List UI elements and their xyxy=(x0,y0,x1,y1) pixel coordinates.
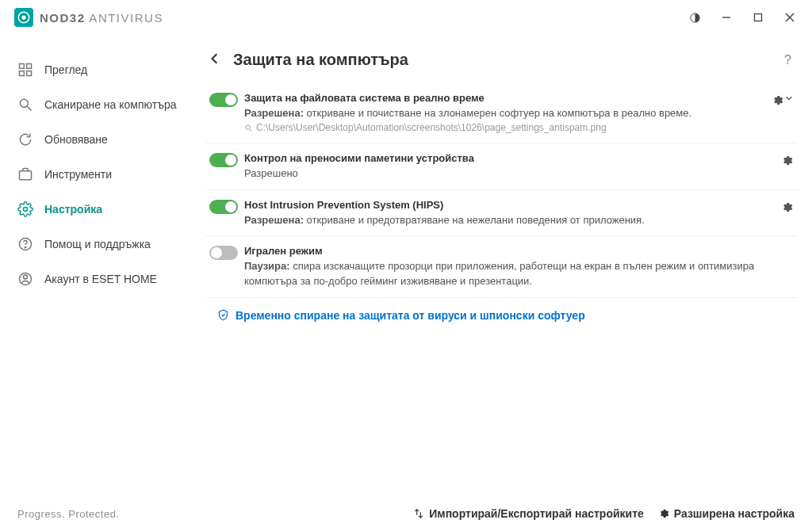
sidebar-item-tools[interactable]: Инструменти xyxy=(0,157,200,192)
sidebar-item-scan[interactable]: Сканиране на компютъра xyxy=(0,87,200,122)
search-icon xyxy=(17,97,33,113)
main-panel: Защита на компютъра ? Защита на файловат… xyxy=(200,35,812,496)
svg-point-16 xyxy=(25,247,25,248)
import-export-icon xyxy=(413,508,424,519)
svg-line-20 xyxy=(250,129,252,132)
help-icon xyxy=(17,236,33,252)
gear-icon xyxy=(17,201,33,217)
advanced-setup-button[interactable]: Разширена настройка xyxy=(658,507,795,520)
page-help-button[interactable]: ? xyxy=(784,53,798,67)
sidebar-item-help[interactable]: Помощ и поддръжка xyxy=(0,227,200,262)
chevron-down-icon xyxy=(785,94,793,102)
setting-title: Host Intrusion Prevention System (HIPS) xyxy=(244,198,760,213)
setting-desc: Паузира: спира изскачащите прозорци при … xyxy=(244,259,760,289)
setting-title: Защита на файловата система в реално вре… xyxy=(244,91,760,106)
maximize-button[interactable] xyxy=(742,6,774,29)
setting-removable: Контрол на преносими паметини устройства… xyxy=(206,143,798,190)
svg-line-12 xyxy=(28,107,32,111)
advanced-setup-label: Разширена настройка xyxy=(674,507,795,520)
svg-rect-7 xyxy=(20,64,25,69)
back-button[interactable] xyxy=(209,53,220,67)
titlebar: NOD32 ANTIVIRUS xyxy=(0,0,812,35)
sidebar-item-label: Преглед xyxy=(44,63,87,76)
svg-rect-9 xyxy=(20,71,25,76)
gear-icon xyxy=(658,508,669,519)
footer-tagline: Progress. Protected. xyxy=(17,508,120,520)
brand-logo: NOD32 ANTIVIRUS xyxy=(14,8,163,27)
sidebar-item-setup[interactable]: Настройка xyxy=(0,192,200,227)
svg-point-11 xyxy=(20,99,28,107)
sidebar-item-label: Настройка xyxy=(44,203,102,216)
svg-point-14 xyxy=(24,208,28,212)
sidebar: Преглед Сканиране на компютъра Обновяван… xyxy=(0,35,200,496)
setting-gear-hips[interactable] xyxy=(766,198,793,228)
setting-path: C:\Users\User\Desktop\Automation\screens… xyxy=(244,121,760,135)
svg-point-18 xyxy=(24,275,28,279)
setting-title: Контрол на преносими паметини устройства xyxy=(244,151,760,166)
setting-hips: Host Intrusion Prevention System (HIPS) … xyxy=(206,190,798,237)
svg-rect-13 xyxy=(20,171,32,180)
sidebar-item-label: Обновяване xyxy=(44,133,108,146)
import-export-label: Импортирай/Експортирай настройките xyxy=(429,507,644,520)
setting-desc: Разрешено xyxy=(244,166,760,181)
page-title: Защита на компютъра xyxy=(233,51,408,69)
close-button[interactable] xyxy=(774,6,806,29)
import-export-button[interactable]: Импортирай/Експортирай настройките xyxy=(413,507,644,520)
footer: Progress. Protected. Импортирай/Експорти… xyxy=(0,496,812,531)
setting-gamer: Игрален режим Паузира: спира изскачащите… xyxy=(206,236,798,298)
svg-point-19 xyxy=(246,125,251,130)
contrast-button[interactable] xyxy=(679,6,710,29)
toggle-gamer[interactable] xyxy=(209,246,238,260)
refresh-icon xyxy=(17,132,33,147)
setting-desc: Разрешена: откриване и почистване на зло… xyxy=(244,106,760,121)
shield-icon xyxy=(217,309,229,321)
sidebar-item-label: Помощ и поддръжка xyxy=(44,238,151,250)
sidebar-item-label: Акаунт в ESET HOME xyxy=(44,273,157,285)
svg-rect-4 xyxy=(755,14,762,21)
svg-rect-10 xyxy=(27,71,32,76)
settings-list: Защита на файловата система в реално вре… xyxy=(206,83,798,496)
setting-desc: Разрешена: откриване и предотвратяване н… xyxy=(244,213,760,228)
minimize-button[interactable] xyxy=(710,6,742,29)
svg-point-1 xyxy=(21,15,25,19)
sidebar-item-update[interactable]: Обновяване xyxy=(0,122,200,157)
pause-link-label: Временно спиране на защитата от вируси и… xyxy=(236,309,585,322)
toggle-hips[interactable] xyxy=(209,200,238,214)
sidebar-item-label: Инструменти xyxy=(44,168,112,181)
window-controls xyxy=(679,6,806,29)
svg-rect-8 xyxy=(27,64,32,69)
sidebar-item-account[interactable]: Акаунт в ESET HOME xyxy=(0,262,200,296)
eset-logo-icon xyxy=(14,8,33,27)
user-icon xyxy=(17,271,33,287)
sidebar-item-label: Сканиране на компютъра xyxy=(44,98,176,111)
toggle-realtime[interactable] xyxy=(209,93,238,107)
toggle-removable[interactable] xyxy=(209,153,238,167)
setting-realtime: Защита на файловата система в реално вре… xyxy=(206,83,798,143)
page-header: Защита на компютъра ? xyxy=(206,48,798,83)
pause-protection-link[interactable]: Временно спиране на защитата от вируси и… xyxy=(206,298,798,322)
setting-gear-removable[interactable] xyxy=(766,151,793,181)
briefcase-icon xyxy=(17,166,33,182)
brand-text: NOD32 ANTIVIRUS xyxy=(40,11,163,25)
dashboard-icon xyxy=(17,62,33,78)
setting-gear-realtime[interactable] xyxy=(766,91,793,135)
setting-title: Игрален режим xyxy=(244,244,760,259)
sidebar-item-overview[interactable]: Преглед xyxy=(0,52,200,87)
